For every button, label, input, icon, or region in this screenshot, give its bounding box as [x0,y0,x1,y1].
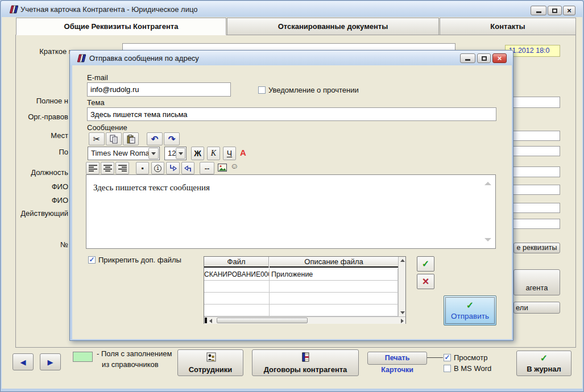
scroll-down-icon[interactable] [484,238,491,241]
scroll-down-icon[interactable] [400,311,405,314]
attachment-confirm-button[interactable]: ✓ [417,256,434,272]
dialog-close-button[interactable]: × [492,53,507,63]
column-header-description[interactable]: Описание файла [270,257,398,268]
journal-button[interactable]: ✓ В журнал [516,351,571,376]
smiley-button[interactable]: ☺ [230,161,238,170]
table-cell-description[interactable]: Приложение [270,269,398,281]
agent-button-label: агента [525,283,548,292]
align-left-button[interactable] [86,162,100,174]
insert-image-button[interactable] [218,164,227,173]
align-left-icon [89,165,97,172]
tab-scanned-documents[interactable]: Отсканированные документы [227,18,439,35]
minimize-icon [465,59,470,61]
send-button[interactable]: ✓ Отправить [444,295,496,326]
agent-button[interactable]: агента [513,269,560,295]
journal-label: В журнал [517,365,571,373]
close-button[interactable]: × [563,6,575,15]
numbered-list-icon: 1 [154,165,161,172]
scroll-up-icon[interactable] [484,182,491,185]
redo-button[interactable]: ↷ [164,132,180,145]
check-icon: ✓ [422,258,429,269]
check-icon: ✓ [444,353,450,361]
dialog-minimize-button[interactable] [460,53,475,63]
maximize-button[interactable] [548,6,562,15]
font-size-dropdown-arrow[interactable] [176,148,185,159]
align-right-button[interactable] [115,162,129,174]
label-fio2: ФИО [11,196,68,205]
read-receipt-checkbox[interactable] [258,86,266,94]
send-message-dialog: Отправка сообщения по адресу × E-mail Ув… [69,50,513,341]
minimize-button[interactable] [531,6,546,15]
dialog-books-icon [76,53,86,63]
message-label: Сообщение [87,123,127,132]
indent-arrow-icon [169,164,177,172]
attachments-table: Файл Описание файла СКАНИРОВАНИЕ0001 При… [204,256,406,324]
underline-button[interactable]: Ч [223,147,236,160]
attach-files-label: Прикрепить доп. файлы [98,256,181,264]
scroll-right-icon[interactable] [401,319,404,323]
email-label: E-mail [87,73,108,82]
nav-prev-button[interactable]: ◀ [13,353,34,370]
tab-label: Отсканированные документы [278,22,388,31]
scroll-left-icon[interactable] [209,319,212,323]
dialog-maximize-button[interactable] [477,53,491,63]
table-row-empty[interactable] [270,281,398,293]
email-field[interactable] [87,82,231,97]
indent-button[interactable] [166,162,180,174]
dialog-titlebar[interactable]: Отправка сообщения по адресу [70,51,513,65]
preview-label: Просмотр [454,353,487,362]
contracts-button[interactable]: Договоры контрагента [252,349,359,376]
redo-icon: ↷ [168,134,176,144]
subject-field[interactable] [87,107,496,121]
attachment-delete-button[interactable]: × [417,274,434,289]
preview-checkbox[interactable]: ✓ [444,354,451,361]
column-header-file[interactable]: Файл [204,257,269,268]
outdent-button[interactable] [181,162,194,174]
msword-checkbox[interactable] [444,365,451,372]
contracts-icon [301,352,310,362]
dialog-title: Отправка сообщения по адресу [89,54,199,62]
undo-button[interactable]: ↶ [147,132,163,145]
legend-swatch [73,352,93,362]
send-button-label: Отправить [444,312,496,320]
horizontal-rule-button[interactable]: -- [200,162,214,174]
font-color-button[interactable]: A [240,148,246,157]
tab-contacts[interactable]: Контакты [440,18,576,35]
message-body-text: Здесь пишется текст сообщения [86,175,495,193]
message-body-field[interactable]: Здесь пишется текст сообщения [86,174,496,249]
table-row-empty[interactable] [204,293,270,305]
tab-label: Общие Реквизиты Контрагента [64,22,179,31]
attach-files-checkbox[interactable]: ✓ [88,256,96,264]
app-books-icon [8,5,18,14]
table-cell-file[interactable]: СКАНИРОВАНИЕ0001 [204,269,270,281]
label-place: Мест [11,131,68,140]
read-receipt-label: Уведомление о прочтении [268,86,359,94]
bold-button[interactable]: Ж [191,147,204,160]
scroll-up-icon[interactable] [400,259,405,262]
heads-button[interactable]: ели [513,302,560,314]
contracts-label: Договоры контрагента [252,365,358,374]
main-titlebar[interactable]: Учетная карточка Контрагента - Юридическ… [1,1,583,17]
tab-general-requisites[interactable]: Общие Реквизиты Контрагента [16,18,226,35]
table-vscrollbar[interactable] [398,257,405,316]
print-card-button[interactable]: Печать Карточки [367,352,427,365]
copy-button[interactable] [106,132,122,145]
font-family-dropdown-arrow[interactable] [148,148,159,159]
align-center-button[interactable] [101,162,114,174]
table-row-empty[interactable] [270,305,398,316]
nav-next-button[interactable]: ▶ [40,353,61,370]
italic-button[interactable]: К [207,147,220,160]
hscroll-thumb[interactable] [217,318,308,323]
table-hscrollbar[interactable] [204,316,405,324]
bullet-list-button[interactable]: ▪ [136,162,149,174]
cut-button[interactable]: ✂ [89,132,105,145]
bank-requisites-button[interactable]: е реквизиты [513,243,560,253]
msword-label: В MS Word [454,364,491,373]
check-icon: ✓ [89,256,94,264]
table-row-empty[interactable] [204,305,270,316]
numbered-list-button[interactable]: 1 [151,162,164,174]
table-row-empty[interactable] [270,293,398,305]
table-row-empty[interactable] [204,281,270,293]
paste-button[interactable] [123,132,139,145]
employees-button[interactable]: Сотрудники [177,349,243,376]
